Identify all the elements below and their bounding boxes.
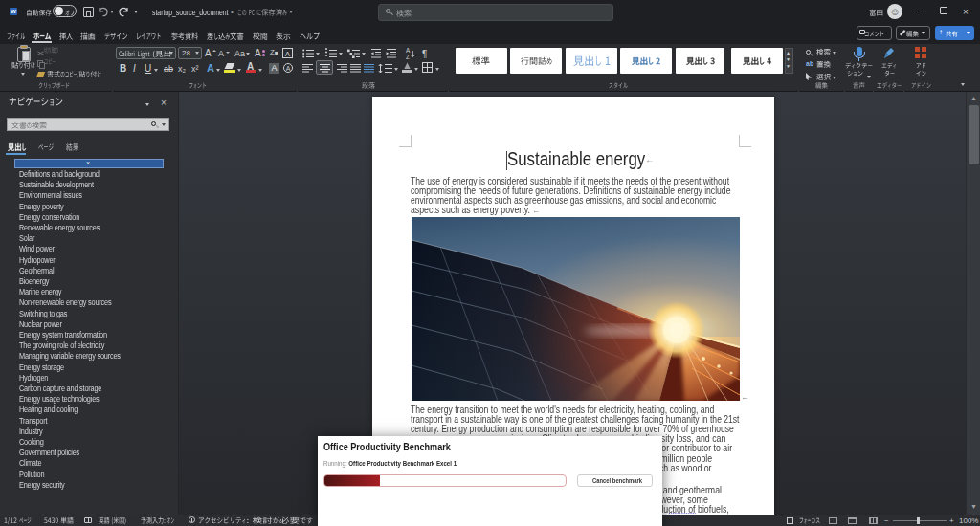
svg-text:¶: ¶ [422,49,427,59]
svg-text:Z: Z [406,54,410,59]
